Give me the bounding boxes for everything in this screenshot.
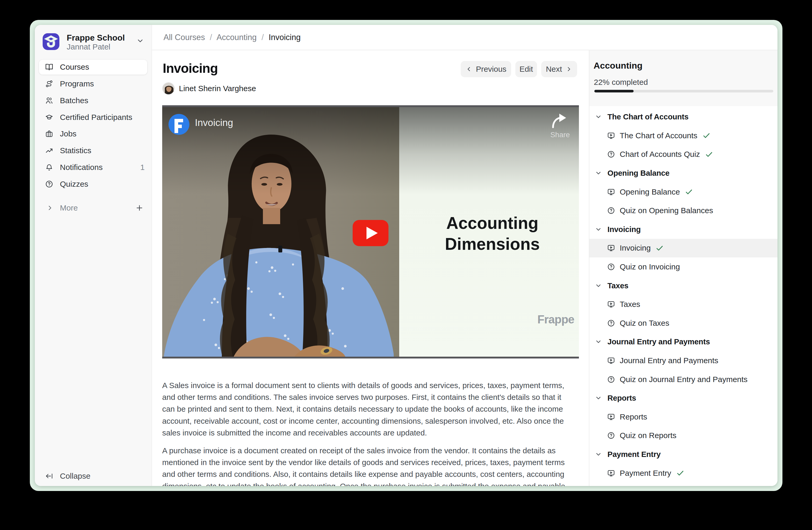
svg-text:Frappe: Frappe [537, 313, 574, 326]
svg-text:Accounting: Accounting [446, 214, 538, 233]
svg-text:Share: Share [550, 131, 570, 139]
svg-text:Invoicing: Invoicing [195, 117, 233, 128]
svg-text:Dimensions: Dimensions [445, 235, 540, 253]
